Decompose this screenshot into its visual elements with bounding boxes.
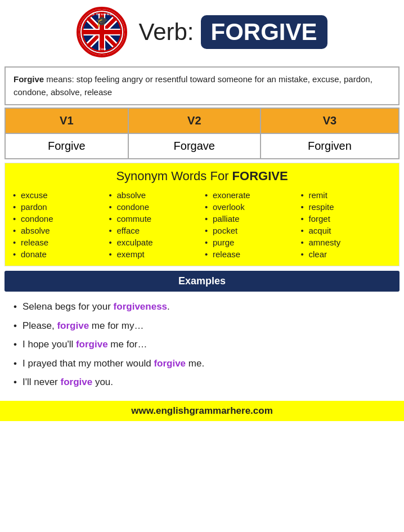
list-item: clear [301,248,392,260]
example-item-1: Selena begs for your forgiveness. [11,297,393,316]
logo: 🎓 English Grammar Here .Com [77,7,127,57]
synonym-title: Synonym Words For FORGIVE [13,169,391,184]
v2-value: Forgave [128,133,261,159]
title-area: Verb: FORGIVE [138,15,327,49]
list-item: pocket [205,225,295,236]
list-item: remit [301,189,392,201]
list-item: release [205,248,295,260]
verb-forms-table: V1 V2 V3 Forgive Forgave Forgiven [5,108,399,159]
synonym-section: Synonym Words For FORGIVE excuse pardon … [5,163,399,266]
list-item: release [13,236,104,248]
footer-url: www.englishgrammarhere.com [131,405,273,416]
example-item-2: Please, forgive me for my… [11,316,393,336]
examples-list: Selena begs for your forgiveness. Please… [0,294,404,397]
v3-header: V3 [261,108,399,133]
list-item: efface [109,225,200,236]
example-item-4: I prayed that my mother would forgive me… [11,354,393,373]
list-item: exempt [109,248,200,260]
list-item: forget [301,213,392,225]
list-item: overlook [205,201,295,213]
list-item: commute [109,213,200,225]
definition-text: means: stop feeling angry or resentful t… [14,74,372,97]
list-item: amnesty [301,236,392,248]
list-item: respite [301,201,392,213]
v2-header: V2 [128,108,261,133]
definition-word: Forgive [14,74,44,84]
list-item: pardon [13,201,104,213]
v1-value: Forgive [5,133,128,159]
list-item: exculpate [109,236,200,248]
synonym-col-3: exonerate overlook palliate pocket purge… [205,189,295,260]
verb-word: FORGIVE [201,15,327,49]
example-item-3: I hope you'll forgive me for… [11,335,393,354]
list-item: palliate [205,213,295,225]
list-item: exonerate [205,189,295,201]
synonym-col-1: excuse pardon condone absolve release do… [13,189,104,260]
verb-label: Verb: [138,19,194,46]
synonym-col-2: absolve condone commute efface exculpate… [109,189,200,260]
list-item: condone [13,213,104,225]
synonym-col-4: remit respite forget acquit amnesty clea… [301,189,392,260]
definition-box: Forgive means: stop feeling angry or res… [5,66,399,105]
examples-header: Examples [5,271,399,292]
list-item: excuse [13,189,104,201]
page-header: 🎓 English Grammar Here .Com Verb: FORGIV… [0,0,404,64]
synonym-grid: excuse pardon condone absolve release do… [13,189,391,260]
list-item: purge [205,236,295,248]
example-item-5: I'll never forgive you. [11,373,393,392]
list-item: absolve [109,189,200,201]
list-item: absolve [13,225,104,236]
list-item: acquit [301,225,392,236]
list-item: condone [109,201,200,213]
v3-value: Forgiven [261,133,399,159]
list-item: donate [13,248,104,260]
v1-header: V1 [5,108,128,133]
footer: www.englishgrammarhere.com [0,401,404,421]
